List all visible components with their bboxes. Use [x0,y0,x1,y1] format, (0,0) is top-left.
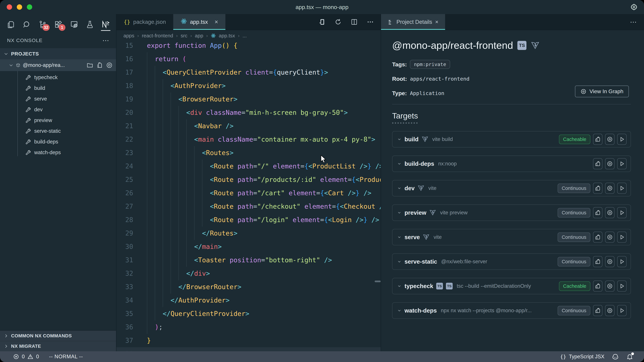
remote-explorer-icon[interactable] [70,20,78,29]
run-target-button[interactable] [617,158,626,169]
target-card-build[interactable]: buildvite buildCacheable [392,131,631,147]
view-target-button[interactable] [605,305,614,316]
view-target-button[interactable] [605,256,614,267]
close-tab-icon[interactable]: × [214,18,218,25]
code-line-27[interactable]: 27<Route path="/checkout" element={<Chec… [116,200,381,213]
target-card-serve-static[interactable]: serve-static@nx/web:file-serverContinuou… [392,253,631,270]
target-icon[interactable] [106,62,113,68]
problems-indicator[interactable]: 0 0 -- NORMAL -- [0,354,83,360]
code-line-24[interactable]: 24<Route path="/" element={<ProductList … [116,160,381,173]
view-target-button[interactable] [605,183,614,194]
code-line-16[interactable]: 16return ( [116,52,381,66]
code-line-15[interactable]: 15export function App() { [116,39,381,52]
target-card-build-deps[interactable]: build-depsnx:noop [392,156,631,172]
view-target-button[interactable] [605,207,614,218]
explorer-icon[interactable] [7,20,16,29]
code-line-28[interactable]: 28<Route path="/login" element={<Login /… [116,213,381,227]
code-line-25[interactable]: 25<Route path="/products/:id" element={<… [116,173,381,186]
editor-scrollbar-thumb[interactable] [375,281,381,282]
target-card-serve[interactable]: serveviteContinuous [392,229,631,245]
tab-package-json[interactable]: {} package.json [116,14,173,30]
sidebar-target-build[interactable]: build [0,83,116,93]
run-target-button[interactable] [617,305,626,316]
sidebar-target-preview[interactable]: preview [0,115,116,126]
code-line-26[interactable]: 26<Route path="/cart" element={<Cart />}… [116,186,381,200]
sidebar-more-actions[interactable]: ⋯ [102,39,110,42]
code-line-29[interactable]: 29</Routes> [116,227,381,240]
run-target-button[interactable] [617,207,626,218]
projects-section-header[interactable]: PROJECTS [0,48,116,59]
sidebar-target-build-deps[interactable]: build-deps [0,136,116,147]
copy-task-button[interactable] [593,305,602,316]
code-line-32[interactable]: 32</div> [116,267,381,280]
code-line-31[interactable]: 31<Toaster position="bottom-right" /> [116,253,381,267]
target-card-watch-deps[interactable]: watch-depsnpx nx watch --projects @mono-… [392,302,631,319]
code-line-22[interactable]: 22<main className="container mx-auto px-… [116,133,381,146]
code-line-20[interactable]: 20<div className="min-h-screen bg-gray-5… [116,106,381,119]
notifications[interactable] [626,353,633,360]
code-line-19[interactable]: 19<BrowserRouter> [116,92,381,106]
generate-file-icon[interactable] [96,62,103,68]
view-target-button[interactable] [605,281,614,292]
extensions-icon[interactable]: 1 [54,20,63,29]
code-line-38[interactable]: 38 [116,347,381,351]
sidebar-target-serve-static[interactable]: serve-static [0,126,116,136]
view-target-button[interactable] [605,232,614,243]
sidebar-target-serve[interactable]: serve [0,93,116,104]
breadcrumb-item[interactable]: apps [124,33,134,38]
open-settings-icon[interactable] [318,18,326,26]
sidebar-target-typecheck[interactable]: typecheck [0,72,116,83]
run-target-button[interactable] [617,256,626,267]
copy-task-button[interactable] [593,134,602,145]
tab-project-details[interactable]: Project Details × [381,14,445,30]
code-line-21[interactable]: 21<Navbar /> [116,119,381,133]
testing-beaker-icon[interactable] [86,20,94,29]
split-editor-icon[interactable] [350,18,358,26]
details-more-actions[interactable]: ⋯ [630,20,637,24]
view-target-button[interactable] [605,158,614,169]
run-target-button[interactable] [617,232,626,243]
view-target-button[interactable] [605,134,614,145]
view-in-graph-button[interactable]: View In Graph [575,85,629,97]
copy-task-button[interactable] [593,281,602,292]
folder-icon[interactable] [86,62,93,68]
more-actions-icon[interactable] [366,18,374,26]
code-lines[interactable]: 15export function App() {16return (17<Qu… [116,39,381,351]
breadcrumb-item[interactable]: app.tsx [219,33,235,38]
target-card-dev[interactable]: devviteContinuous [392,180,631,196]
sidebar-section-common-nx-commands[interactable]: COMMON NX COMMANDS [0,331,116,341]
settings-gear-icon[interactable] [630,3,638,11]
copy-task-button[interactable] [593,207,602,218]
code-line-37[interactable]: 37} [116,334,381,347]
copy-task-button[interactable] [593,256,602,267]
sidebar-target-watch-deps[interactable]: watch-deps [0,147,116,158]
breadcrumb-item[interactable]: react-frontend [142,33,173,38]
run-target-button[interactable] [617,183,626,194]
close-tab-icon[interactable]: × [435,19,438,25]
sidebar-section-nx-migrate[interactable]: NX MIGRATE [0,341,116,351]
nx-console-icon[interactable] [101,20,110,29]
sidebar-target-dev[interactable]: dev [0,104,116,115]
search-icon[interactable] [22,20,31,29]
code-line-33[interactable]: 33</BrowserRouter> [116,280,381,294]
code-line-17[interactable]: 17<QueryClientProvider client={queryClie… [116,66,381,79]
code-line-23[interactable]: 23<Routes> [116,146,381,160]
copy-task-button[interactable] [593,158,602,169]
breadcrumb-item[interactable]: ... [242,33,247,38]
language-mode[interactable]: {} TypeScript JSX [560,354,604,360]
breadcrumb-item[interactable]: src [180,33,187,38]
run-target-button[interactable] [617,134,626,145]
copilot-icon[interactable] [612,353,619,360]
code-line-18[interactable]: 18<AuthProvider> [116,79,381,92]
tab-app-tsx[interactable]: app.tsx × [173,14,226,30]
source-control-icon[interactable]: 32 [38,20,47,29]
code-line-35[interactable]: 35</QueryClientProvider> [116,307,381,321]
run-target-button[interactable] [617,281,626,292]
code-line-34[interactable]: 34</AuthProvider> [116,294,381,307]
refresh-icon[interactable] [334,18,342,26]
copy-task-button[interactable] [593,183,602,194]
copy-task-button[interactable] [593,232,602,243]
target-card-preview[interactable]: previewvite previewContinuous [392,204,631,221]
breadcrumb-item[interactable]: app [195,33,203,38]
code-line-36[interactable]: 36); [116,321,381,334]
